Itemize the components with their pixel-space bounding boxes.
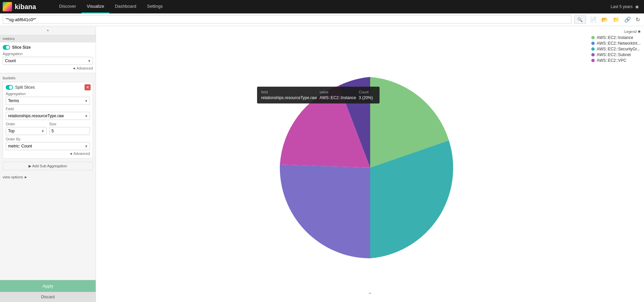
- time-range[interactable]: Last 5 years: [611, 4, 633, 9]
- discard-button[interactable]: Discard: [0, 292, 96, 302]
- slice-size-header: Slice Size: [3, 45, 93, 50]
- split-slices-toggle[interactable]: [6, 85, 13, 90]
- order-col: Order Top Bottom ▼: [6, 120, 47, 135]
- search-bar: 🔍 📄 📂 📁 🔗 ↻: [0, 13, 644, 26]
- nav-dashboard[interactable]: Dashboard: [109, 0, 142, 13]
- legend-label-instance: AWS::EC2::Instance: [597, 35, 633, 40]
- field-select-wrapper: relationships.resourceType.raw ▼: [6, 112, 90, 120]
- nav-items: Discover Visualize Dashboard Settings: [54, 0, 168, 13]
- legend-item-subnet[interactable]: AWS::EC2::Subnet: [591, 52, 641, 57]
- metrics-section-header: metrics: [0, 35, 96, 42]
- buckets-section: buckets ✕ Split Slices Aggregation Terms…: [0, 73, 96, 173]
- share-button[interactable]: 📁: [611, 16, 621, 24]
- order-select[interactable]: Top Bottom: [6, 127, 47, 135]
- legend-title: Legend ✱: [591, 30, 641, 34]
- nav-right: Last 5 years ◉: [611, 4, 644, 9]
- legend-item-vpc[interactable]: AWS::EC2::VPC: [591, 58, 641, 63]
- aggregation-select-wrapper: Count Sum Avg ▼: [3, 57, 93, 65]
- kibana-logo: kibana: [3, 2, 36, 11]
- size-col: Size: [49, 120, 90, 135]
- split-slices-label: Split Slices: [15, 85, 35, 90]
- nav-settings[interactable]: Settings: [142, 0, 168, 13]
- collapse-arrow[interactable]: ⌃: [367, 291, 373, 299]
- slice-size-toggle[interactable]: [3, 45, 10, 50]
- advanced-link-bucket[interactable]: ◄ Advanced: [6, 152, 90, 156]
- aggregation-select[interactable]: Count Sum Avg: [3, 57, 93, 65]
- slice-size-label: Slice Size: [12, 45, 31, 50]
- pie-container: [269, 67, 471, 268]
- embed-button[interactable]: 🔗: [623, 16, 632, 24]
- legend-item-instance[interactable]: AWS::EC2::Instance: [591, 35, 641, 40]
- toolbar-icons: 📄 📂 📁 🔗 ↻: [589, 16, 641, 24]
- clock-icon: ◉: [635, 4, 639, 9]
- order-by-select-wrapper: metric: Count ▼: [6, 142, 90, 150]
- chart-area: field value Count relationships.resource…: [96, 26, 644, 302]
- bucket-aggregation-select[interactable]: Terms Range Date Range: [6, 97, 90, 105]
- legend-label-securitygr: AWS::EC2::SecurityGr...: [597, 47, 640, 51]
- advanced-link-metrics[interactable]: ◄ Advanced: [3, 66, 93, 70]
- legend-dot-subnet: [591, 53, 595, 56]
- legend-item-networkint[interactable]: AWS::EC2::NetworkInt...: [591, 41, 641, 46]
- order-by-select[interactable]: metric: Count: [6, 142, 90, 150]
- legend-dot-vpc: [591, 59, 595, 62]
- legend-label-subnet: AWS::EC2::Subnet: [597, 52, 631, 57]
- refresh-button[interactable]: ↻: [634, 16, 641, 24]
- legend-item-securitygr[interactable]: AWS::EC2::SecurityGr...: [591, 47, 641, 51]
- main-layout: • metrics Slice Size Aggregation Count S…: [0, 26, 644, 302]
- order-select-wrapper: Top Bottom ▼: [6, 127, 47, 135]
- bucket-aggregation-select-wrapper: Terms Range Date Range ▼: [6, 97, 90, 105]
- save-button[interactable]: 📄: [589, 16, 598, 24]
- size-input[interactable]: [49, 127, 90, 135]
- load-button[interactable]: 📂: [600, 16, 609, 24]
- aggregation-field-label: Aggregation: [3, 52, 93, 56]
- order-by-label: Order By: [6, 137, 90, 141]
- field-select[interactable]: relationships.resourceType.raw: [6, 112, 90, 120]
- legend-dot-networkint: [591, 42, 595, 45]
- kibana-text: kibana: [15, 3, 36, 11]
- legend-dot-securitygr: [591, 47, 595, 51]
- add-sub-aggregation-button[interactable]: ▶ Add Sub Aggregation: [3, 162, 93, 170]
- search-input[interactable]: [3, 15, 572, 24]
- legend: Legend ✱ AWS::EC2::Instance AWS::EC2::Ne…: [591, 30, 641, 64]
- apply-button[interactable]: Apply: [0, 280, 96, 292]
- logo-area: kibana: [0, 0, 54, 13]
- remove-bucket-button[interactable]: ✕: [85, 84, 91, 90]
- sidebar-footer: Apply Discard: [0, 280, 96, 302]
- top-nav: kibana Discover Visualize Dashboard Sett…: [0, 0, 644, 13]
- size-label: Size: [49, 122, 90, 126]
- legend-label-vpc: AWS::EC2::VPC: [597, 58, 626, 63]
- search-button[interactable]: 🔍: [574, 15, 586, 24]
- slice-size-block: Slice Size Aggregation Count Sum Avg ▼ ◄…: [0, 42, 96, 73]
- view-options[interactable]: view options ►: [0, 173, 96, 181]
- buckets-header: buckets: [3, 76, 93, 80]
- split-slices-header: Split Slices: [6, 85, 90, 90]
- bucket-aggregation-label: Aggregation: [6, 92, 90, 96]
- split-slices-block: ✕ Split Slices Aggregation Terms Range D…: [3, 82, 93, 159]
- nav-discover[interactable]: Discover: [54, 0, 82, 13]
- field-label: Field: [6, 107, 90, 111]
- sidebar-dots: •: [0, 26, 96, 35]
- legend-dot-instance: [591, 36, 595, 39]
- nav-visualize[interactable]: Visualize: [82, 0, 110, 13]
- legend-label-networkint: AWS::EC2::NetworkInt...: [597, 41, 641, 46]
- sidebar: • metrics Slice Size Aggregation Count S…: [0, 26, 96, 302]
- pie-slice-subnet[interactable]: [280, 165, 370, 258]
- order-row: Order Top Bottom ▼ Size: [6, 120, 90, 135]
- order-label: Order: [6, 122, 47, 126]
- pie-chart: [269, 67, 471, 268]
